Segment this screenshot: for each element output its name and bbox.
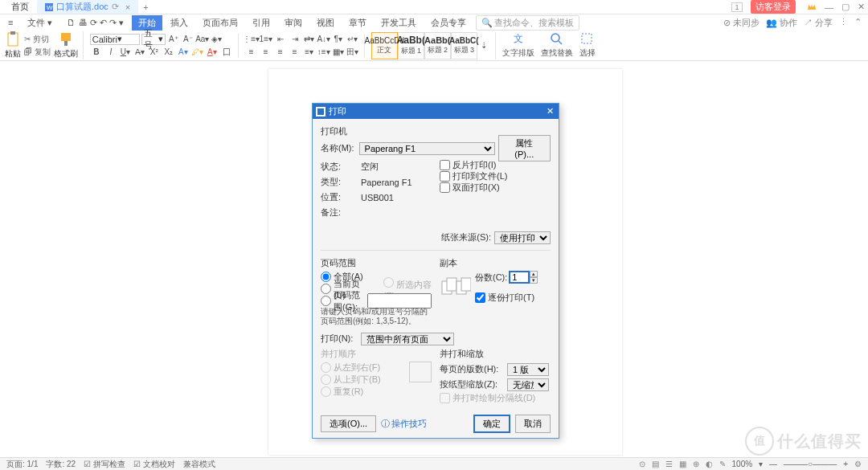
line-spacing-icon[interactable]: ↕≡▾ — [317, 47, 330, 58]
command-search[interactable]: 🔍 查找命令、搜索模板 — [476, 15, 579, 31]
copy-button[interactable]: 🗐 复制 — [24, 47, 51, 58]
menu-devtools[interactable]: 开发工具 — [375, 15, 423, 31]
view-markup-icon[interactable]: ✎ — [719, 460, 726, 468]
menu-paste-icon[interactable]: 🗋 🖶 ⟳ ↶ ↷ ▾ — [60, 16, 129, 30]
paste-label[interactable]: 粘贴 — [5, 48, 21, 59]
sort-icon[interactable]: A↓▾ — [317, 34, 330, 45]
view-read-icon[interactable]: ⊕ — [693, 460, 699, 468]
zoom-in-button[interactable]: + — [843, 460, 848, 468]
style-h2[interactable]: AaBb( 标题 2 — [424, 32, 451, 59]
sync-status[interactable]: ⊘ 未同步 — [723, 17, 760, 29]
char-shading-icon[interactable]: 囗 — [220, 47, 233, 58]
align-center-icon[interactable]: ≡ — [260, 47, 272, 58]
format-painter-icon[interactable] — [59, 31, 72, 47]
style-h3[interactable]: AaBbC( 标题 3 — [451, 32, 477, 59]
change-case-icon[interactable]: Aa▾ — [196, 34, 209, 45]
grow-font-icon[interactable]: A⁺ — [167, 34, 180, 45]
menu-section[interactable]: 章节 — [342, 15, 373, 31]
subscript-icon[interactable]: X₂ — [162, 47, 175, 58]
text-effect-icon[interactable]: A▾ — [177, 47, 190, 58]
duplex-checkbox[interactable] — [440, 182, 450, 193]
paste-icon[interactable] — [6, 31, 20, 47]
font-name-combo[interactable]: Calibri ▾ — [90, 34, 140, 45]
maximize-button[interactable]: ▢ — [841, 2, 850, 12]
highlight-icon[interactable]: 🖊▾ — [191, 47, 204, 58]
login-button[interactable]: 访客登录 — [751, 0, 796, 14]
menu-review[interactable]: 审阅 — [278, 15, 309, 31]
paper-source-select[interactable]: 使用打印机设置 — [494, 231, 551, 244]
outdent-icon[interactable]: ⇤ — [274, 34, 287, 45]
new-tab-button[interactable]: + — [143, 2, 148, 12]
print-to-file-checkbox[interactable] — [440, 171, 450, 182]
printer-properties-button[interactable]: 属性(P)... — [498, 135, 551, 161]
tips-link[interactable]: ⓘ 操作技巧 — [381, 418, 427, 430]
shrink-font-icon[interactable]: A⁻ — [182, 34, 194, 45]
align-left-icon[interactable]: ≡ — [245, 47, 258, 58]
range-pages-radio[interactable] — [321, 296, 331, 306]
pages-per-sheet-select[interactable]: 1 版 — [507, 363, 549, 376]
menu-dropdown[interactable]: ≡ — [2, 16, 19, 29]
copies-down-button[interactable]: ▾ — [530, 277, 538, 284]
clear-format-icon[interactable]: ◈▾ — [211, 34, 223, 45]
doccheck-toggle[interactable]: ☑ 文档校对 — [133, 459, 175, 470]
strike-icon[interactable]: A̶▾ — [133, 47, 146, 58]
reverse-print-checkbox[interactable] — [440, 160, 450, 170]
view-web-icon[interactable]: ▦ — [679, 460, 686, 468]
tab-home[interactable]: 首页 — [3, 0, 37, 14]
range-current-radio[interactable] — [321, 284, 331, 294]
settings-icon[interactable]: ⚙ — [854, 460, 862, 468]
menu-member[interactable]: 会员专享 — [424, 15, 473, 31]
menu-view[interactable]: 视图 — [310, 15, 341, 31]
copies-input[interactable] — [509, 271, 530, 284]
tab-document[interactable]: W 口算试题.doc ⟳ × — [37, 0, 138, 14]
printer-name-select[interactable]: Paperang F1 — [359, 142, 495, 155]
menu-file[interactable]: 文件 ▾ — [21, 15, 59, 31]
options-button[interactable]: 选项(O)... — [321, 415, 376, 432]
font-color-icon[interactable]: A▾ — [206, 47, 219, 58]
collate-checkbox[interactable] — [475, 292, 485, 303]
cut-button[interactable]: ✂ 剪切 — [24, 34, 51, 45]
superscript-icon[interactable]: X² — [148, 47, 161, 58]
view-outline-icon[interactable]: ☰ — [665, 460, 673, 468]
spellcheck-toggle[interactable]: ☑ 拼写检查 — [84, 459, 125, 470]
zoom-level[interactable]: 100% — [732, 460, 753, 468]
range-all-radio[interactable] — [321, 272, 331, 282]
page-indicator[interactable]: 页面: 1/1 — [6, 459, 38, 470]
tab-icon[interactable]: ⇄▾ — [303, 34, 316, 45]
borders-icon[interactable]: 田▾ — [346, 47, 359, 58]
menu-layout[interactable]: 页面布局 — [196, 15, 244, 31]
para-mark-icon[interactable]: ↵▾ — [346, 34, 359, 45]
align-right-icon[interactable]: ≡ — [274, 47, 287, 58]
format-painter-label[interactable]: 格式刷 — [54, 48, 78, 59]
zoom-out-button[interactable]: — — [769, 460, 777, 468]
print-what-select[interactable]: 范围中所有页面 — [361, 333, 454, 345]
dialog-close-button[interactable]: ✕ — [544, 106, 555, 116]
style-normal[interactable]: AaBbCcDd 正文 — [371, 32, 398, 59]
find-replace-button[interactable]: 查找替换 — [541, 32, 573, 59]
share-button[interactable]: ↗ 分享 — [804, 17, 833, 29]
align-justify-icon[interactable]: ≡ — [289, 47, 301, 58]
font-size-combo[interactable]: 五号 ▾ — [141, 34, 166, 45]
view-dark-icon[interactable]: ◐ — [706, 460, 713, 468]
menu-collapse[interactable]: ⌃ — [854, 17, 862, 29]
minimize-button[interactable]: — — [825, 2, 833, 12]
numbering-icon[interactable]: 1≡▾ — [260, 34, 272, 45]
close-button[interactable]: ✕ — [858, 2, 865, 12]
word-count[interactable]: 字数: 22 — [46, 459, 76, 470]
view-focus-icon[interactable]: ⊙ — [639, 460, 645, 468]
style-h1[interactable]: AaBb( 标题 1 — [398, 32, 424, 59]
dialog-titlebar[interactable]: 打印 ✕ — [313, 104, 559, 119]
underline-icon[interactable]: U▾ — [119, 47, 132, 58]
crown-icon[interactable] — [807, 2, 817, 12]
scale-to-select[interactable]: 无缩放 — [507, 378, 549, 391]
italic-icon[interactable]: I — [104, 47, 117, 58]
menu-more[interactable]: ⋮ — [839, 17, 848, 29]
select-button[interactable]: 选择 — [579, 32, 596, 59]
cancel-button[interactable]: 取消 — [515, 415, 551, 433]
shading-icon[interactable]: ▦▾ — [332, 47, 345, 58]
tab-close-icon[interactable]: × — [125, 2, 130, 12]
menu-references[interactable]: 引用 — [246, 15, 276, 31]
show-marks-icon[interactable]: ¶▾ — [332, 34, 345, 45]
styles-more-icon[interactable]: ⇣ — [477, 40, 490, 51]
menu-insert[interactable]: 插入 — [164, 15, 194, 31]
